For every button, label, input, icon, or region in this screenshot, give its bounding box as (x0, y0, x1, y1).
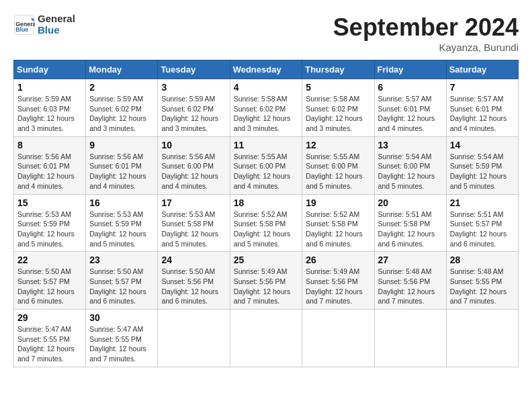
day-number: 12 (306, 140, 370, 150)
col-wednesday: Wednesday (230, 60, 302, 79)
table-row: 22Sunrise: 5:50 AMSunset: 5:57 PMDayligh… (14, 252, 86, 310)
day-number: 23 (89, 255, 154, 265)
table-row: 18Sunrise: 5:52 AMSunset: 5:58 PMDayligh… (230, 194, 302, 252)
day-number: 27 (378, 255, 443, 265)
table-row: 21Sunrise: 5:51 AMSunset: 5:57 PMDayligh… (446, 194, 518, 252)
daylight-label: Daylight: 12 hours (161, 114, 218, 122)
daylight-label: Daylight: 12 hours (89, 345, 146, 353)
table-row: 29Sunrise: 5:47 AMSunset: 5:55 PMDayligh… (14, 310, 86, 367)
day-info: Sunrise: 5:53 AMSunset: 5:59 PMDaylight:… (89, 210, 154, 249)
daylight-label: Daylight: 12 hours (450, 172, 507, 180)
location: Kayanza, Burundi (333, 42, 519, 53)
day-number: 26 (306, 255, 370, 265)
daylight-label: Daylight: 12 hours (161, 172, 218, 180)
daylight-label: Daylight: 12 hours (450, 287, 507, 295)
table-row: 23Sunrise: 5:50 AMSunset: 5:57 PMDayligh… (86, 252, 158, 310)
table-row: 5Sunrise: 5:58 AMSunset: 6:02 PMDaylight… (302, 79, 374, 137)
calendar-week-row: 15Sunrise: 5:53 AMSunset: 5:59 PMDayligh… (14, 194, 519, 252)
daylight-label: Daylight: 12 hours (378, 172, 435, 180)
day-number: 10 (161, 140, 226, 150)
table-row (158, 310, 230, 367)
daylight-label: Daylight: 12 hours (306, 287, 363, 295)
daylight-label: Daylight: 12 hours (161, 230, 218, 238)
table-row: 12Sunrise: 5:55 AMSunset: 6:00 PMDayligh… (302, 136, 374, 194)
day-info: Sunrise: 5:47 AMSunset: 5:55 PMDaylight:… (17, 324, 82, 364)
day-number: 16 (89, 197, 154, 208)
day-info: Sunrise: 5:53 AMSunset: 5:58 PMDaylight:… (161, 210, 226, 249)
day-number: 24 (161, 255, 226, 265)
day-info: Sunrise: 5:55 AMSunset: 6:00 PMDaylight:… (306, 152, 370, 191)
day-info: Sunrise: 5:47 AMSunset: 5:55 PMDaylight:… (89, 324, 154, 364)
day-info: Sunrise: 5:51 AMSunset: 5:57 PMDaylight:… (450, 210, 515, 249)
day-number: 3 (161, 82, 226, 93)
day-info: Sunrise: 5:59 AMSunset: 6:02 PMDaylight:… (89, 94, 154, 134)
day-number: 13 (378, 140, 443, 150)
day-number: 1 (17, 82, 82, 93)
daylight-label: Daylight: 12 hours (234, 287, 291, 295)
daylight-label: Daylight: 12 hours (234, 172, 291, 180)
day-info: Sunrise: 5:58 AMSunset: 6:02 PMDaylight:… (234, 94, 299, 134)
col-friday: Friday (374, 60, 446, 79)
daylight-label: Daylight: 12 hours (89, 287, 146, 295)
table-row: 15Sunrise: 5:53 AMSunset: 5:59 PMDayligh… (14, 194, 86, 252)
table-row: 4Sunrise: 5:58 AMSunset: 6:02 PMDaylight… (230, 79, 302, 137)
day-info: Sunrise: 5:51 AMSunset: 5:58 PMDaylight:… (378, 210, 443, 249)
table-row: 6Sunrise: 5:57 AMSunset: 6:01 PMDaylight… (374, 79, 446, 137)
day-info: Sunrise: 5:57 AMSunset: 6:01 PMDaylight:… (378, 94, 443, 134)
day-info: Sunrise: 5:56 AMSunset: 6:01 PMDaylight:… (89, 152, 154, 191)
day-number: 7 (450, 82, 515, 93)
page-header: General Blue General Blue September 2024… (13, 13, 519, 53)
table-row: 28Sunrise: 5:48 AMSunset: 5:55 PMDayligh… (446, 252, 518, 310)
table-row: 7Sunrise: 5:57 AMSunset: 6:01 PMDaylight… (446, 79, 518, 137)
day-info: Sunrise: 5:58 AMSunset: 6:02 PMDaylight:… (306, 94, 370, 134)
logo-icon: General Blue (13, 14, 35, 36)
day-info: Sunrise: 5:57 AMSunset: 6:01 PMDaylight:… (450, 94, 515, 134)
logo-blue-text: Blue (38, 25, 75, 36)
day-info: Sunrise: 5:49 AMSunset: 5:56 PMDaylight:… (306, 267, 370, 306)
day-number: 21 (450, 197, 515, 208)
daylight-label: Daylight: 12 hours (378, 230, 435, 238)
calendar-table: Sunday Monday Tuesday Wednesday Thursday… (13, 60, 519, 367)
day-number: 14 (450, 140, 515, 150)
daylight-label: Daylight: 12 hours (234, 114, 291, 122)
table-row: 14Sunrise: 5:54 AMSunset: 5:59 PMDayligh… (446, 136, 518, 194)
day-number: 9 (89, 140, 154, 150)
col-thursday: Thursday (302, 60, 374, 79)
title-block: September 2024 Kayanza, Burundi (333, 13, 519, 53)
calendar-header-row: Sunday Monday Tuesday Wednesday Thursday… (14, 60, 519, 79)
daylight-label: Daylight: 12 hours (450, 230, 507, 238)
day-number: 6 (378, 82, 443, 93)
day-info: Sunrise: 5:52 AMSunset: 5:58 PMDaylight:… (234, 210, 299, 249)
logo-general-text: General (38, 13, 75, 25)
day-info: Sunrise: 5:54 AMSunset: 5:59 PMDaylight:… (450, 152, 515, 191)
day-number: 29 (17, 312, 82, 323)
col-tuesday: Tuesday (158, 60, 230, 79)
daylight-label: Daylight: 12 hours (234, 230, 291, 238)
table-row: 3Sunrise: 5:59 AMSunset: 6:02 PMDaylight… (158, 79, 230, 137)
day-info: Sunrise: 5:52 AMSunset: 5:58 PMDaylight:… (306, 210, 370, 249)
day-info: Sunrise: 5:56 AMSunset: 6:00 PMDaylight:… (161, 152, 226, 191)
day-number: 5 (306, 82, 370, 93)
daylight-label: Daylight: 12 hours (17, 345, 75, 353)
day-number: 15 (17, 197, 82, 208)
table-row: 24Sunrise: 5:50 AMSunset: 5:56 PMDayligh… (158, 252, 230, 310)
daylight-label: Daylight: 12 hours (89, 230, 146, 238)
daylight-label: Daylight: 12 hours (306, 230, 363, 238)
table-row: 27Sunrise: 5:48 AMSunset: 5:56 PMDayligh… (374, 252, 446, 310)
day-info: Sunrise: 5:59 AMSunset: 6:03 PMDaylight:… (17, 94, 82, 134)
daylight-label: Daylight: 12 hours (17, 172, 75, 180)
day-number: 22 (17, 255, 82, 265)
table-row (302, 310, 374, 367)
col-sunday: Sunday (14, 60, 86, 79)
table-row: 9Sunrise: 5:56 AMSunset: 6:01 PMDaylight… (86, 136, 158, 194)
day-info: Sunrise: 5:50 AMSunset: 5:57 PMDaylight:… (17, 267, 82, 306)
day-info: Sunrise: 5:48 AMSunset: 5:55 PMDaylight:… (450, 267, 515, 306)
day-number: 4 (234, 82, 299, 93)
calendar-week-row: 22Sunrise: 5:50 AMSunset: 5:57 PMDayligh… (14, 252, 519, 310)
day-number: 11 (234, 140, 299, 150)
day-info: Sunrise: 5:50 AMSunset: 5:57 PMDaylight:… (89, 267, 154, 306)
table-row: 20Sunrise: 5:51 AMSunset: 5:58 PMDayligh… (374, 194, 446, 252)
table-row: 8Sunrise: 5:56 AMSunset: 6:01 PMDaylight… (14, 136, 86, 194)
day-info: Sunrise: 5:49 AMSunset: 5:56 PMDaylight:… (234, 267, 299, 306)
month-title: September 2024 (333, 13, 519, 42)
